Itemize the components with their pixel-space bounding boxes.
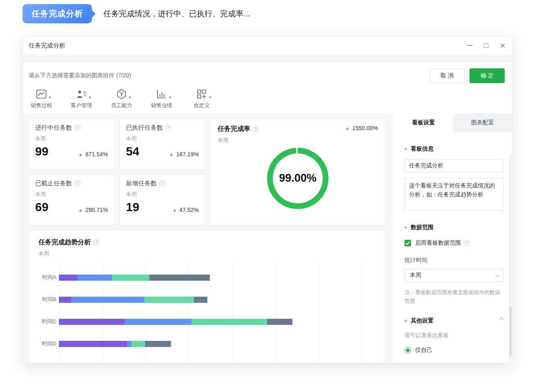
category-label: 员工能力 <box>111 102 132 109</box>
custom-grid-plus-icon <box>196 89 207 99</box>
stat-period: 本周 <box>126 135 199 142</box>
enable-scope-label: 启用看板数据范围 <box>415 239 461 247</box>
segment-3 <box>112 275 149 281</box>
panel-scrollbar[interactable] <box>509 153 512 360</box>
page: 任务完成分析 任务完成情况，进行中、已执行、完成率... 任务完成分析 请从下方… <box>0 0 535 392</box>
category-sales-performance[interactable]: ▾ 销售业绩 <box>149 88 174 109</box>
completion-card-title: 任务完成率 <box>218 125 250 133</box>
dialog-title: 任务完成分析 <box>29 42 65 50</box>
stat-delta: 290.71% <box>85 207 108 213</box>
page-header: 任务完成分析 任务完成情况，进行中、已执行、完成率... <box>22 4 250 23</box>
stat-value: 54 <box>126 146 139 158</box>
collapse-chevron-icon[interactable] <box>499 317 504 322</box>
confirm-button[interactable]: 确 定 <box>470 68 505 83</box>
board-description-textarea[interactable]: 这个看板关注于对任务完成情况的分析，如：任务完成趋势分析 <box>405 178 504 211</box>
stat-card-executed[interactable]: 已执行任务数 ? 本周 54 ▲167.19% <box>119 118 206 170</box>
stat-delta: 871.54% <box>85 151 108 158</box>
stacked-bar[interactable] <box>59 341 171 347</box>
caret-down-icon: ▾ <box>89 95 91 99</box>
stat-card-in-progress[interactable]: 进行中任务数 ? 本周 99 ▲871.54% <box>28 118 115 170</box>
delta-up-icon: ▲ <box>79 207 83 212</box>
category-label: 销售过程 <box>31 102 52 109</box>
customer-icon <box>76 89 87 99</box>
hexagon-y-icon <box>116 89 127 99</box>
dialog-window: 任务完成分析 请从下方选择需要添加的图表组件 (7/20) 取 消 确 定 <box>22 36 513 363</box>
segment-4 <box>149 275 210 281</box>
category-label: 时间A <box>38 274 56 281</box>
chart-row: 时间B <box>38 288 378 311</box>
scrollbar-thumb[interactable] <box>509 306 512 356</box>
stat-card-new[interactable]: 新增任务数 ? 本周 19 ▲47.52% <box>119 174 206 225</box>
help-icon[interactable]: ? <box>74 125 81 131</box>
help-icon[interactable]: ? <box>74 180 81 187</box>
stat-period: 本周 <box>35 135 108 142</box>
help-icon[interactable]: ? <box>159 180 165 187</box>
dialog-titlebar: 任务完成分析 <box>23 36 512 54</box>
caret-down-icon: ▾ <box>169 95 171 99</box>
stat-time-label: 统计时间 <box>405 257 504 264</box>
titlebar-divider <box>23 54 512 63</box>
completion-value: 99.00% <box>279 172 317 185</box>
category-label: 时间B <box>38 296 56 303</box>
category-label: 时间C <box>38 318 56 325</box>
maximize-icon <box>484 43 488 48</box>
delta-up-icon: ▲ <box>79 152 83 157</box>
dashboard-preview: 进行中任务数 ? 本周 99 ▲871.54% 已执行任务数 ? <box>23 113 394 363</box>
stat-card-ended[interactable]: 已截止任务数 ? 本周 69 ▲290.71% <box>28 174 115 225</box>
completion-donut: 99.00% <box>267 148 328 209</box>
dialog-content: 进行中任务数 ? 本周 99 ▲871.54% 已执行任务数 ? <box>23 113 512 363</box>
category-employee-ability[interactable]: ▾ 员工能力 <box>109 88 134 109</box>
category-custom[interactable]: ▾ 自定义 <box>189 88 214 109</box>
stacked-bar-chart: 时间A时间B时间C时间D <box>38 266 378 363</box>
category-customer-management[interactable]: ▾ 客户管理 <box>69 88 94 109</box>
section-bullet <box>405 320 407 322</box>
section-data-scope: 数据范围 <box>411 224 434 231</box>
help-icon[interactable]: ? <box>253 126 259 132</box>
page-tag-description: 任务完成情况，进行中、已执行、完成率... <box>103 9 250 19</box>
help-icon[interactable]: ? <box>165 125 171 131</box>
settings-panel: 看板设置 图表配置 看板信息 这个看板关注于对任务完成情况的分析，如：任务完成趋… <box>394 113 512 363</box>
segment-1 <box>59 341 127 347</box>
line-chart-icon <box>36 89 47 99</box>
trend-chart-card[interactable]: 任务完成趋势分析 ? 本周 时间A时间B时间C时间D <box>28 230 386 363</box>
segment-2 <box>125 319 191 325</box>
chart-row: 时间A <box>38 266 378 288</box>
segment-2 <box>77 275 112 281</box>
trend-title: 任务完成趋势分析 <box>38 238 91 247</box>
category-label: 销售业绩 <box>151 102 172 109</box>
board-settings-body: 看板信息 这个看板关注于对任务完成情况的分析，如：任务完成趋势分析 数据范围 启… <box>394 132 512 363</box>
stacked-bar[interactable] <box>59 319 292 325</box>
stat-value: 99 <box>35 146 48 158</box>
board-name-input[interactable] <box>405 159 504 172</box>
completion-rate-card[interactable]: 任务完成率 ? 本周 ▲1550.00% 99.00% <box>210 118 386 225</box>
stat-time-select[interactable]: 本周 <box>405 269 504 282</box>
stat-delta: 47.52% <box>180 207 199 213</box>
chevron-down-icon <box>495 273 500 277</box>
help-icon[interactable]: ? <box>463 240 470 246</box>
stat-title: 已执行任务数 <box>126 124 163 132</box>
completion-period: 本周 <box>218 137 259 144</box>
minimize-button[interactable] <box>466 42 473 49</box>
category-label: 时间D <box>38 340 56 347</box>
chart-row: 时间C <box>38 311 378 333</box>
stat-title: 已截止任务数 <box>35 180 72 187</box>
close-button[interactable] <box>499 42 506 49</box>
maximize-button[interactable] <box>483 42 489 49</box>
stacked-bar[interactable] <box>59 275 210 281</box>
minimize-icon <box>467 45 472 46</box>
tab-chart-config[interactable]: 图表配置 <box>453 113 513 132</box>
category-sales-process[interactable]: ▾ 销售过程 <box>29 88 54 109</box>
stat-delta: 167.19% <box>176 151 199 158</box>
help-icon[interactable]: ? <box>93 239 99 246</box>
only-me-radio[interactable] <box>405 347 411 354</box>
trend-period: 本周 <box>38 250 378 257</box>
stacked-bar[interactable] <box>59 297 207 303</box>
section-bullet <box>405 226 407 229</box>
section-other-settings: 其他设置 <box>411 317 434 324</box>
enable-scope-checkbox[interactable] <box>405 240 411 246</box>
cancel-button[interactable]: 取 消 <box>429 68 465 83</box>
settings-tabs: 看板设置 图表配置 <box>394 113 512 132</box>
tab-board-settings[interactable]: 看板设置 <box>394 113 453 132</box>
delta-up-icon: ▲ <box>169 152 174 157</box>
tag-arrow-icon <box>88 10 96 18</box>
